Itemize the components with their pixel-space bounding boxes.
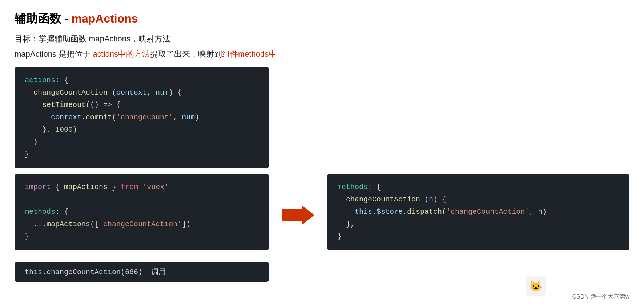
desc-text-middle: 提取了出来，映射到: [150, 49, 222, 59]
code-block-actions: actions: { changeCountAction (context, n…: [15, 67, 269, 168]
footer: CSDN @一个大不溜w: [572, 293, 629, 301]
code-line: changeCountAction (n) {: [337, 193, 619, 206]
code-line: }: [25, 136, 259, 148]
desc-text-before: mapActions 是把位于: [15, 49, 93, 59]
description: mapActions 是把位于 actions中的方法提取了出来，映射到组件me…: [15, 49, 629, 60]
subtitle: 目标：掌握辅助函数 mapActions，映射方法: [15, 33, 629, 44]
right-lower-col: methods: { changeCountAction (n) { this.…: [327, 174, 629, 256]
arrow-container: [276, 174, 320, 256]
code-line: }: [25, 148, 259, 161]
code-line: },: [337, 218, 619, 231]
code-line: }: [337, 231, 619, 243]
code-line: }, 1000): [25, 124, 259, 136]
left-lower-col: import { mapActions } from 'vuex' method…: [15, 174, 269, 256]
code-line: methods: {: [337, 181, 619, 193]
lower-section: import { mapActions } from 'vuex' method…: [15, 174, 629, 256]
cat-icon: 🐱: [526, 276, 546, 296]
page-title: 辅助函数 - mapActions: [15, 11, 629, 27]
invoke-text: this.changeCountAction(666) 调用: [25, 268, 166, 276]
code-line: actions: {: [25, 74, 259, 87]
title-main: mapActions: [71, 12, 138, 25]
code-block-import: import { mapActions } from 'vuex' method…: [15, 174, 269, 250]
code-line: import { mapActions } from 'vuex': [25, 181, 259, 193]
code-line: setTimeout(() => {: [25, 99, 259, 111]
code-line: }: [25, 231, 259, 243]
code-line: [25, 193, 259, 206]
code-line: changeCountAction (context, num) {: [25, 87, 259, 99]
code-line: ...mapActions(['changeCountAction']): [25, 218, 259, 231]
code-line: methods: {: [25, 206, 259, 218]
watermark-icon-container: 🐱: [526, 276, 546, 297]
svg-marker-0: [282, 205, 314, 225]
right-arrow-icon: [282, 205, 314, 225]
code-block-invoke: this.changeCountAction(666) 调用: [15, 262, 269, 282]
code-line: this.$store.dispatch('changeCountAction'…: [337, 206, 619, 218]
code-block-methods-expanded: methods: { changeCountAction (n) { this.…: [327, 174, 629, 250]
desc-highlight2: 组件methods中: [222, 49, 277, 59]
desc-highlight1: actions中的方法: [93, 49, 150, 59]
title-prefix: 辅助函数 -: [15, 12, 71, 25]
code-line: context.commit('changeCount', num): [25, 111, 259, 124]
svg-text:🐱: 🐱: [530, 280, 542, 292]
